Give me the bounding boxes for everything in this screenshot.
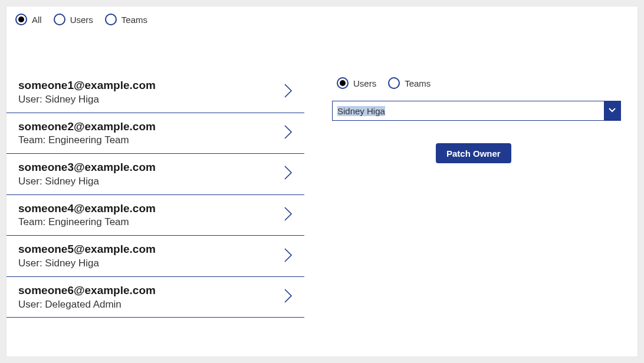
list-item-text: someone3@example.comUser: Sidney Higa	[18, 160, 156, 189]
radio-users-top-label: Users	[70, 15, 93, 25]
list-item-text: someone1@example.comUser: Sidney Higa	[18, 78, 156, 107]
list-item-email: someone1@example.com	[18, 78, 156, 93]
owner-combobox-text: Sidney Higa	[333, 101, 604, 120]
list-item[interactable]: someone3@example.comUser: Sidney Higa	[6, 154, 304, 195]
radio-teams-right-circle	[388, 77, 400, 89]
list-item-sub: Team: Engineering Team	[18, 134, 156, 147]
filter-radio-group-right: Users Teams	[337, 77, 431, 89]
chevron-right-icon	[283, 247, 294, 266]
list-item[interactable]: someone1@example.comUser: Sidney Higa	[6, 71, 304, 113]
list-item[interactable]: someone5@example.comUser: Sidney Higa	[6, 236, 304, 277]
list-item-email: someone6@example.com	[18, 283, 156, 298]
list-item[interactable]: someone2@example.comTeam: Engineering Te…	[6, 113, 304, 154]
radio-users-top-circle	[54, 14, 65, 25]
radio-users-right[interactable]: Users	[337, 77, 376, 89]
list-item[interactable]: someone4@example.comTeam: Engineering Te…	[6, 195, 304, 236]
list-item-text: someone5@example.comUser: Sidney Higa	[18, 242, 156, 270]
radio-users-right-circle	[337, 77, 349, 89]
owner-combobox-value: Sidney Higa	[337, 106, 385, 116]
radio-all[interactable]: All	[15, 14, 42, 25]
owner-patch-panel: All Users Teams someone1@example.comUser…	[6, 6, 638, 357]
records-list-wrap: someone1@example.comUser: Sidney Higasom…	[6, 71, 304, 357]
list-item-sub: User: Sidney Higa	[18, 93, 156, 107]
list-item-email: someone5@example.com	[18, 242, 156, 257]
list-item-text: someone6@example.comUser: Delegated Admi…	[18, 283, 156, 312]
radio-teams-top[interactable]: Teams	[105, 14, 147, 25]
list-item[interactable]: someone6@example.comUser: Delegated Admi…	[6, 277, 304, 318]
radio-users-right-label: Users	[353, 78, 376, 88]
radio-users-top[interactable]: Users	[54, 14, 93, 25]
owner-combobox-button[interactable]	[604, 101, 620, 120]
chevron-right-icon	[283, 288, 294, 306]
chevron-right-icon	[283, 206, 294, 225]
chevron-right-icon	[283, 82, 294, 101]
chevron-down-icon	[608, 105, 616, 116]
filter-radio-group-top: All Users Teams	[15, 14, 147, 25]
radio-all-circle	[15, 14, 27, 25]
list-item-email: someone2@example.com	[18, 119, 156, 134]
records-list[interactable]: someone1@example.comUser: Sidney Higasom…	[6, 71, 304, 357]
radio-teams-right[interactable]: Teams	[388, 77, 431, 89]
radio-teams-right-label: Teams	[405, 78, 431, 88]
radio-teams-top-label: Teams	[121, 15, 147, 25]
patch-owner-button[interactable]: Patch Owner	[436, 143, 511, 163]
radio-all-label: All	[32, 15, 42, 25]
owner-combobox[interactable]: Sidney Higa	[332, 101, 621, 121]
list-item-sub: User: Sidney Higa	[18, 257, 156, 270]
list-item-text: someone4@example.comTeam: Engineering Te…	[18, 201, 156, 230]
list-item-sub: User: Delegated Admin	[18, 298, 156, 312]
chevron-right-icon	[283, 164, 294, 183]
list-item-email: someone4@example.com	[18, 201, 156, 216]
chevron-right-icon	[283, 124, 294, 143]
list-item-sub: Team: Engineering Team	[18, 216, 156, 229]
list-item-email: someone3@example.com	[18, 160, 156, 175]
list-item-text: someone2@example.comTeam: Engineering Te…	[18, 119, 156, 148]
list-item-sub: User: Sidney Higa	[18, 175, 156, 189]
radio-teams-top-circle	[105, 14, 117, 25]
